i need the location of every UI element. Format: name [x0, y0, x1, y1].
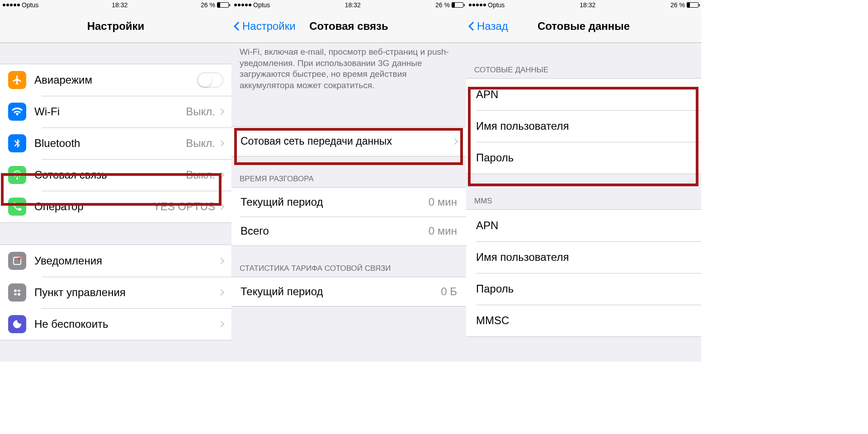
wifi-label: Wi-Fi — [34, 105, 186, 118]
signal-dots-icon — [469, 4, 486, 6]
back-button[interactable]: Настройки — [235, 20, 296, 33]
airplane-icon — [8, 71, 26, 89]
mms-apn-row[interactable]: APN — [466, 210, 701, 241]
password-row[interactable]: Пароль — [466, 142, 701, 174]
chevron-right-icon — [218, 172, 224, 178]
chevron-right-icon — [218, 289, 224, 296]
stats-period-row: Текущий период 0 Б — [231, 277, 466, 306]
chevron-left-icon — [468, 22, 477, 31]
apn-label: APN — [476, 88, 498, 101]
signal-dots-icon — [234, 4, 251, 6]
mms-password-label: Пароль — [476, 283, 514, 295]
svg-point-3 — [18, 293, 20, 296]
current-period-row: Текущий период 0 мин — [231, 188, 466, 217]
total-row: Всего 0 мин — [231, 217, 466, 245]
battery-icon — [217, 2, 229, 8]
mms-password-row[interactable]: Пароль — [466, 273, 701, 305]
back-button[interactable]: Назад — [470, 20, 508, 33]
page-title: Настройки — [87, 20, 145, 33]
description-text: Wi-Fi, включая e-mail, просмотр веб-стра… — [231, 43, 466, 99]
username-row[interactable]: Имя пользователя — [466, 110, 701, 142]
control-center-icon — [8, 283, 26, 302]
stats-period-label: Текущий период — [241, 285, 441, 298]
settings-screen: Optus 18:32 26 % Настройки Авиарежим W — [0, 0, 231, 362]
moon-icon — [8, 315, 26, 333]
status-bar: Optus 18:32 26 % — [0, 0, 231, 10]
notifications-row[interactable]: Уведомления — [0, 245, 231, 277]
notifications-icon — [8, 252, 26, 270]
mmsc-row[interactable]: MMSC — [466, 305, 701, 336]
battery-icon — [452, 2, 463, 8]
cellular-icon — [8, 166, 26, 184]
time-label: 18:32 — [345, 1, 361, 9]
time-label: 18:32 — [112, 1, 127, 9]
wifi-value: Выкл. — [186, 105, 215, 118]
wifi-icon — [8, 103, 26, 121]
stats-header: СТАТИСТИКА ТАРИФА СОТОВОЙ СВЯЗИ — [231, 246, 466, 277]
nav-bar: Настройки Сотовая связь — [231, 10, 466, 43]
chevron-right-icon — [218, 203, 224, 210]
signal-dots-icon — [3, 4, 20, 6]
mms-username-label: Имя пользователя — [476, 251, 569, 264]
control-center-label: Пункт управления — [34, 286, 219, 299]
mmsc-label: MMSC — [476, 314, 509, 327]
status-bar: Optus 18:32 26 % — [231, 0, 466, 10]
carrier-value: YES OPTUS — [153, 200, 215, 213]
cellular-data-screen: Optus 18:32 26 % Назад Сотовые данные СО… — [466, 0, 701, 362]
svg-rect-4 — [14, 293, 17, 295]
dnd-label: Не беспокоить — [34, 318, 219, 330]
mms-header: MMS — [466, 174, 701, 209]
back-label: Назад — [477, 20, 508, 33]
bluetooth-value: Выкл. — [186, 137, 215, 150]
mms-username-row[interactable]: Имя пользователя — [466, 241, 701, 273]
battery-icon — [687, 2, 698, 8]
chevron-right-icon — [218, 140, 224, 146]
bluetooth-row[interactable]: Bluetooth Выкл. — [0, 127, 231, 159]
page-title: Сотовая связь — [309, 20, 388, 33]
password-label: Пароль — [476, 151, 514, 164]
cellular-data-network-row[interactable]: Сотовая сеть передачи данных — [231, 127, 466, 156]
battery-percent: 26 % — [670, 1, 685, 9]
bluetooth-icon — [8, 134, 26, 152]
airplane-switch[interactable] — [197, 72, 223, 88]
cellular-data-header: СОТОВЫЕ ДАННЫЕ — [466, 43, 701, 78]
carrier-label: Оператор — [34, 200, 153, 213]
dnd-row[interactable]: Не беспокоить — [0, 308, 231, 340]
back-label: Настройки — [242, 20, 296, 33]
apn-row[interactable]: APN — [466, 79, 701, 110]
notifications-label: Уведомления — [34, 255, 219, 267]
cellular-row[interactable]: Сотовая связь Выкл. — [0, 159, 231, 191]
carrier-label: Optus — [253, 1, 270, 9]
nav-bar: Назад Сотовые данные — [466, 10, 701, 43]
cellular-data-network-label: Сотовая сеть передачи данных — [241, 135, 453, 147]
time-label: 18:32 — [580, 1, 595, 9]
stats-period-value: 0 Б — [441, 285, 457, 298]
cellular-screen: Optus 18:32 26 % Настройки Сотовая связь… — [231, 0, 466, 362]
cellular-label: Сотовая связь — [34, 169, 186, 181]
carrier-label: Optus — [22, 1, 38, 9]
total-label: Всего — [241, 225, 429, 237]
chevron-left-icon — [234, 22, 243, 31]
airplane-mode-row[interactable]: Авиарежим — [0, 64, 231, 96]
total-value: 0 мин — [429, 225, 457, 237]
carrier-row[interactable]: Оператор YES OPTUS — [0, 191, 231, 222]
bluetooth-label: Bluetooth — [34, 137, 186, 150]
chevron-right-icon — [218, 321, 224, 327]
svg-point-2 — [14, 289, 17, 292]
airplane-label: Авиарежим — [34, 74, 197, 86]
svg-rect-5 — [18, 290, 20, 292]
battery-percent: 26 % — [201, 1, 215, 9]
chevron-right-icon — [452, 138, 458, 145]
current-period-label: Текущий период — [241, 196, 429, 208]
wifi-row[interactable]: Wi-Fi Выкл. — [0, 96, 231, 127]
chevron-right-icon — [218, 258, 224, 264]
nav-bar: Настройки — [0, 10, 231, 43]
talk-time-header: ВРЕМЯ РАЗГОВОРА — [231, 156, 466, 187]
chevron-right-icon — [218, 108, 224, 115]
control-center-row[interactable]: Пункт управления — [0, 277, 231, 308]
carrier-label: Optus — [488, 1, 505, 9]
battery-percent: 26 % — [435, 1, 450, 9]
status-bar: Optus 18:32 26 % — [466, 0, 701, 10]
cellular-value: Выкл. — [186, 169, 215, 181]
username-label: Имя пользователя — [476, 120, 569, 132]
